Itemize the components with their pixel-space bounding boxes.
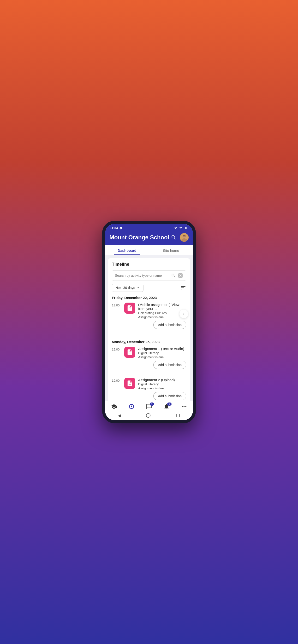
clear-search-button[interactable] [178, 273, 183, 278]
section-dec-22: Friday, December 22, 2023 18:00 (Mobile … [112, 296, 186, 332]
timeline-title: Timeline [112, 262, 186, 267]
status-time: 11:34 [110, 226, 118, 230]
activity-item-1: 19:00 Assignment 1 (Text or Audio) Digit… [112, 347, 186, 372]
add-submission-button-2[interactable]: Add submission [153, 392, 186, 400]
section-divider-line [112, 336, 186, 336]
app-title: Mount Orange School [109, 234, 169, 241]
timeline-card: Timeline [108, 258, 190, 401]
section-dec-25: Monday, December 25, 2023 19:00 Assignme… [112, 340, 186, 401]
activity-time-2: 19:00 [112, 378, 121, 382]
activity-name-2: Assignment 2 (Upload) [138, 378, 186, 382]
search-icon[interactable] [171, 234, 177, 240]
search-container [112, 270, 186, 281]
activity-course-1: Digital Literacy [138, 351, 186, 355]
svg-point-7 [186, 406, 186, 407]
graduation-cap-icon [111, 404, 117, 410]
date-header-dec25: Monday, December 25, 2023 [112, 340, 186, 344]
status-bar: 11:34 [105, 224, 193, 231]
dashboard-icon [128, 404, 135, 410]
activity-name-1: Assignment 1 (Text or Audio) [138, 347, 186, 351]
recent-button[interactable] [176, 413, 180, 418]
status-right [174, 227, 188, 230]
nav-notifications[interactable]: 7 [163, 404, 170, 410]
header-icons [171, 233, 189, 242]
item-divider [112, 375, 186, 375]
user-avatar[interactable] [180, 233, 189, 242]
svg-rect-9 [177, 414, 180, 417]
activity-time-0: 18:00 [112, 302, 121, 307]
activity-status-1: Assignment is due [138, 355, 186, 359]
svg-point-8 [146, 414, 151, 418]
signal-icon [179, 227, 182, 230]
more-icon [181, 404, 187, 410]
settings-icon [119, 226, 123, 230]
nav-home[interactable] [111, 404, 117, 410]
filter-row: Next 30 days [112, 284, 186, 292]
date-filter-dropdown[interactable]: Next 30 days [112, 284, 143, 292]
nav-messages[interactable]: 1 [146, 404, 152, 410]
app-header: Mount Orange School [105, 231, 193, 245]
sort-icon [180, 284, 186, 291]
collapse-chevron[interactable]: ‹ [180, 310, 188, 318]
activity-details-1: Assignment 1 (Text or Audio) Digital Lit… [138, 347, 186, 369]
back-button[interactable]: ◀ [118, 413, 121, 418]
activity-time-1: 19:00 [112, 347, 121, 351]
search-input[interactable] [115, 274, 169, 278]
svg-point-6 [184, 406, 185, 407]
sort-button[interactable] [180, 284, 186, 291]
status-left: 11:34 [110, 226, 123, 230]
nav-dashboard[interactable] [128, 404, 135, 410]
home-button[interactable] [146, 413, 151, 418]
activity-course-2: Digital Literacy [138, 382, 186, 386]
search-input-icon [171, 273, 176, 278]
tab-site-home[interactable]: Site home [149, 245, 193, 255]
activity-status-2: Assignment is due [138, 386, 186, 390]
android-nav: ◀ [105, 411, 193, 420]
phone-screen: 11:34 Mount Or [105, 224, 193, 420]
assignment-icon-1 [124, 347, 135, 358]
messages-badge: 1 [150, 402, 154, 406]
svg-point-5 [182, 406, 183, 407]
date-filter-label: Next 30 days [115, 286, 135, 290]
add-submission-button-1[interactable]: Add submission [153, 361, 186, 369]
activity-details-0: (Mobile assignment) View from your… Cele… [138, 302, 186, 329]
tab-dashboard[interactable]: Dashboard [105, 245, 149, 255]
activity-course-0: Celebrating Cultures [138, 311, 186, 315]
activity-status-0: Assignment is due [138, 315, 186, 319]
bottom-nav: 1 7 [105, 401, 193, 411]
nav-more[interactable] [181, 404, 187, 410]
assignment-icon-0 [124, 302, 135, 314]
activity-details-2: Assignment 2 (Upload) Digital Literacy A… [138, 378, 186, 400]
add-submission-button-0[interactable]: Add submission [153, 321, 186, 329]
phone-shell: 11:34 Mount Or [102, 221, 196, 423]
tabs-bar: Dashboard Site home [105, 245, 193, 255]
date-header-dec22: Friday, December 22, 2023 [112, 296, 186, 300]
notifications-badge: 7 [167, 402, 172, 406]
wifi-icon [174, 227, 178, 230]
activity-name-0: (Mobile assignment) View from your… [138, 302, 186, 311]
main-content: Timeline [105, 255, 193, 401]
activity-item-2: 19:00 Assignment 2 (Upload) Digital Lite… [112, 378, 186, 401]
chevron-down-icon [136, 286, 140, 290]
assignment-icon-2 [124, 378, 135, 389]
activity-item-0: 18:00 (Mobile assignment) View from your… [112, 302, 186, 332]
battery-icon [184, 227, 188, 230]
